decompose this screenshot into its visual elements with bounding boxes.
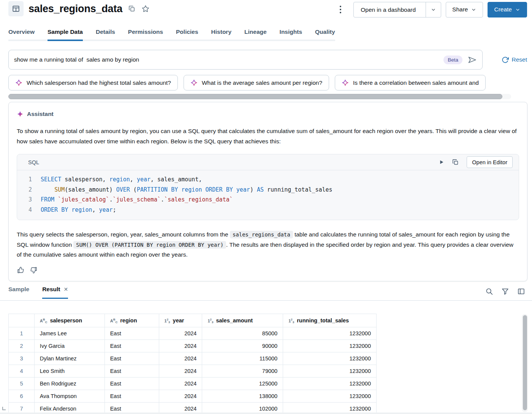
code-body: 1 SELECT salesperson, region, year, sale… <box>17 170 519 220</box>
code-language-label: SQL <box>28 159 39 165</box>
beta-badge: Beta <box>443 56 462 64</box>
row-number-header <box>9 314 35 327</box>
header-actions: Open in a dashboard Share Create <box>336 1 527 18</box>
chevron-down-icon <box>471 7 477 13</box>
title-group: sales_regions_data <box>8 1 150 16</box>
table-vertical-scrollbar[interactable] <box>522 314 528 412</box>
assistant-explanation: This query selects the salesperson, regi… <box>17 230 519 260</box>
table-row[interactable]: 5 Ben Rodriguez East 2024 125000 1232000 <box>9 378 377 390</box>
assistant-header: Assistant <box>17 111 519 117</box>
code-line: 4 ORDER BY region, year; <box>17 205 519 215</box>
open-in-editor-button[interactable]: Open in Editor <box>467 156 513 168</box>
table-row[interactable]: 3 Dylan Martinez East 2024 115000 123200… <box>9 352 377 365</box>
line-number: 3 <box>17 195 41 205</box>
bottom-edge <box>0 412 532 414</box>
table-row[interactable]: 2 Ivy Garcia East 2024 90000 1232000 <box>9 340 377 352</box>
table-row[interactable]: 6 Ava Thompson East 2024 138000 1232000 <box>9 390 377 403</box>
line-number: 4 <box>17 205 41 215</box>
suggestion-chip[interactable]: Which salesperson had the highest total … <box>8 75 178 90</box>
assistant-label: Assistant <box>27 111 54 117</box>
tab-history[interactable]: History <box>211 29 231 41</box>
tab-sample-data[interactable]: Sample Data <box>48 29 83 41</box>
create-button[interactable]: Create <box>488 2 527 17</box>
assistant-sparkle-icon <box>17 111 24 117</box>
reset-icon <box>502 56 509 63</box>
filter-icon[interactable] <box>501 287 509 295</box>
result-tabs: Sample Result ✕ <box>8 286 525 300</box>
inline-code: SUM() OVER (PARTITION BY region ORDER BY… <box>73 241 226 249</box>
chevron-down-icon[interactable] <box>426 2 441 17</box>
column-header-sales-amount[interactable]: 123sales_amount <box>202 314 283 327</box>
tab-policies[interactable]: Policies <box>176 29 198 41</box>
table-row[interactable]: 1 James Lee East 2024 85000 1232000 <box>9 327 377 340</box>
thumbs-down-icon[interactable] <box>30 266 38 274</box>
tab-sample[interactable]: Sample <box>8 286 29 299</box>
result-table-wrap: ABCsalesperson ABCregion 123year 123sale… <box>8 314 377 414</box>
sparkle-icon <box>15 79 22 86</box>
page: sales_regions_data Open in a dashboard <box>0 0 532 414</box>
divider <box>0 300 532 301</box>
run-icon[interactable] <box>439 159 444 165</box>
query-row: show me a running total of sales amo by … <box>8 50 527 70</box>
number-type-icon: 123 <box>207 319 213 323</box>
suggestion-chips: Which salesperson had the highest total … <box>8 75 532 90</box>
tab-permissions[interactable]: Permissions <box>128 29 163 41</box>
suggestion-chip[interactable]: What is the average sales amount per reg… <box>184 75 329 90</box>
feedback-row <box>17 266 519 274</box>
number-type-icon: 123 <box>288 319 294 323</box>
sparkle-icon <box>342 79 349 86</box>
open-in-dashboard-button[interactable]: Open in a dashboard <box>353 2 441 17</box>
tab-lineage[interactable]: Lineage <box>244 29 267 41</box>
open-in-dashboard-label: Open in a dashboard <box>354 2 423 17</box>
tab-quality[interactable]: Quality <box>315 29 335 41</box>
share-label: Share <box>452 6 468 13</box>
assistant-intro: To show a running total of sales amount … <box>17 126 519 146</box>
column-header-region[interactable]: ABCregion <box>104 314 159 327</box>
tab-insights[interactable]: Insights <box>280 29 302 41</box>
tab-details[interactable]: Details <box>96 29 115 41</box>
kebab-menu-icon[interactable] <box>336 3 345 16</box>
line-number: 2 <box>17 185 41 195</box>
column-header-running-total-sales[interactable]: 123running_total_sales <box>283 314 377 327</box>
code-line: 3 FROM `jules_catalog`.`jules_schema`.`s… <box>17 195 519 205</box>
table-entity-icon <box>8 1 24 16</box>
tab-result[interactable]: Result ✕ <box>42 286 68 299</box>
send-icon[interactable] <box>467 55 477 65</box>
result-toolbar <box>485 286 525 295</box>
tab-overview[interactable]: Overview <box>8 29 35 41</box>
thumbs-up-icon[interactable] <box>17 266 25 274</box>
chips-horizontal-scrollbar[interactable] <box>8 94 511 99</box>
share-button[interactable]: Share <box>446 2 483 17</box>
table-row[interactable]: 4 Leo Smith East 2024 79000 1232000 <box>9 365 377 378</box>
suggestion-label: Is there a correlation between sales amo… <box>353 79 479 86</box>
table-header-row: ABCsalesperson ABCregion 123year 123sale… <box>9 314 377 327</box>
scrollbar-thumb[interactable] <box>523 315 527 410</box>
number-type-icon: 123 <box>165 319 170 323</box>
sparkle-icon <box>190 79 198 86</box>
copy-code-icon[interactable] <box>452 159 459 166</box>
resize-corner[interactable] <box>2 407 6 410</box>
suggestion-chip[interactable]: Is there a correlation between sales amo… <box>335 75 486 90</box>
sql-code-block: SQL Open in Editor 1 SELECT salesperson,… <box>17 154 519 220</box>
line-number: 1 <box>17 174 41 185</box>
code-block-header: SQL Open in Editor <box>17 154 519 170</box>
favorite-star-icon[interactable] <box>141 5 150 13</box>
top-bar: sales_regions_data Open in a dashboard <box>8 1 527 18</box>
create-label: Create <box>494 6 512 13</box>
string-type-icon: ABC <box>40 319 48 323</box>
copy-name-icon[interactable] <box>128 5 136 13</box>
chevron-down-icon <box>515 7 521 13</box>
side-panel-icon[interactable] <box>517 287 525 295</box>
search-icon[interactable] <box>485 287 493 295</box>
column-header-year[interactable]: 123year <box>159 314 202 327</box>
close-result-tab-icon[interactable]: ✕ <box>64 286 68 292</box>
reset-button[interactable]: Reset <box>502 56 527 63</box>
query-text: show me a running total of sales amo by … <box>14 56 443 63</box>
string-type-icon: ABC <box>110 319 118 323</box>
reset-label: Reset <box>512 56 527 63</box>
nl-query-input[interactable]: show me a running total of sales amo by … <box>8 50 483 70</box>
scrollbar-thumb[interactable] <box>8 94 502 99</box>
page-title: sales_regions_data <box>28 3 122 15</box>
suggestion-label: What is the average sales amount per reg… <box>202 79 322 86</box>
column-header-salesperson[interactable]: ABCsalesperson <box>34 314 104 327</box>
